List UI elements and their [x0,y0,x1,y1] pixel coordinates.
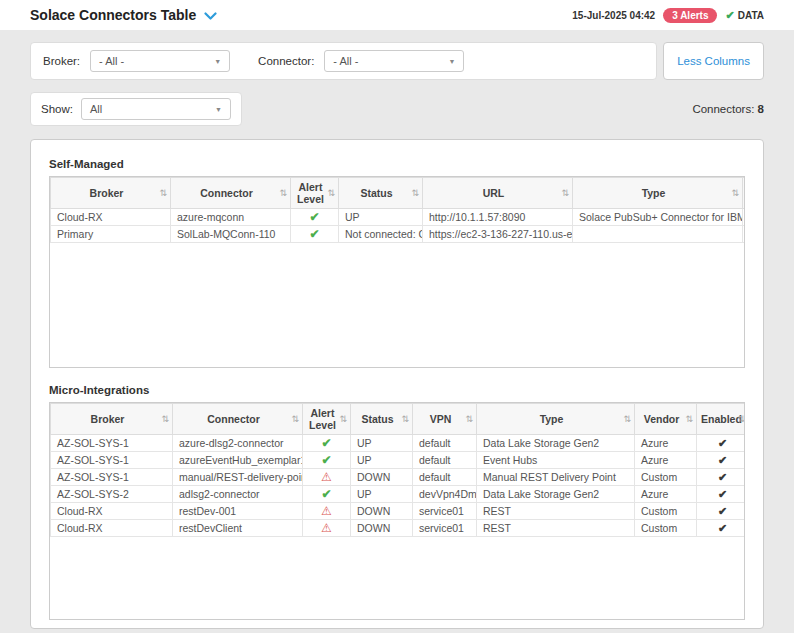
alert-warning-icon: ⚠ [321,470,332,484]
table-row[interactable]: AZ-SOL-SYS-1azureEventHub_exemplar10✔UPd… [51,452,746,469]
cell-vendor: Azure [635,452,697,469]
cell-broker: Cloud-RX [51,209,171,226]
table-row[interactable]: AZ-SOL-SYS-2adlsg2-connector✔UPdevVpn4Dm… [51,486,746,503]
sort-icon[interactable]: ⇅ [291,414,299,424]
connector-select[interactable]: - All - ▼ [324,50,464,72]
column-header-url[interactable]: URL⇅ [423,178,573,209]
sort-icon[interactable]: ⇅ [737,414,745,424]
column-header-label: Broker [90,187,124,199]
micro-integrations-table: Broker⇅Connector⇅Alert Level⇅Status⇅VPN⇅… [49,402,745,620]
connectors-panel: Self-Managed Broker⇅Connector⇅Alert Leve… [30,139,764,629]
cell-vpn: default [413,435,477,452]
cell-vpn: service01 [413,503,477,520]
sort-icon[interactable]: ⇅ [561,188,569,198]
column-header-broker[interactable]: Broker⇅ [51,178,171,209]
data-status: ✔ DATA [725,9,764,22]
column-header-status[interactable]: Status⇅ [351,404,413,435]
cell-connector: azureEventHub_exemplar10 [173,452,303,469]
table-row[interactable]: PrimarySolLab-MQConn-110✔Not connected: … [51,226,746,243]
data-check-icon: ✔ [725,9,734,22]
table-row[interactable]: AZ-SOL-SYS-1manual/REST-delivery-point⚠D… [51,469,746,486]
cell-connector: manual/REST-delivery-point [173,469,303,486]
broker-filter-label: Broker: [43,55,80,67]
cell-vendor: Custom [635,503,697,520]
sort-icon[interactable]: ⇅ [685,414,693,424]
column-header-vpn[interactable]: VPN⇅ [413,404,477,435]
column-header-type[interactable]: Type⇅ [573,178,743,209]
enabled-check-icon: ✔ [718,471,727,483]
table-row[interactable]: AZ-SOL-SYS-1azure-dlsg2-connector✔UPdefa… [51,435,746,452]
table-row[interactable]: Cloud-RXrestDevClient⚠DOWNservice01RESTC… [51,520,746,537]
show-row: Show: All ▼ Connectors: 8 [30,92,764,126]
column-header-label: VPN [430,413,452,425]
section-title-self-managed: Self-Managed [49,158,745,170]
cell-status: DOWN [351,469,413,486]
sort-icon[interactable]: ⇅ [327,188,335,198]
table-row[interactable]: Cloud-RXrestDev-001⚠DOWNservice01RESTCus… [51,503,746,520]
cell-status: DOWN [351,503,413,520]
sort-icon[interactable]: ⇅ [623,414,631,424]
column-header-enabled[interactable]: Enabled⇅ [697,404,746,435]
cell-alert: ⚠ [303,520,351,537]
cell-vpn: devVpn4Dmr [413,486,477,503]
page-title: Solace Connectors Table [30,7,196,23]
table-row[interactable]: Cloud-RXazure-mqconn✔UPhttp://10.1.1.57:… [51,209,746,226]
column-header-type[interactable]: Type⇅ [477,404,635,435]
sort-icon[interactable]: ⇅ [339,414,347,424]
alert-ok-check-icon: ✔ [321,453,331,467]
less-columns-button[interactable]: Less Columns [663,42,764,80]
cell-alert: ✔ [303,452,351,469]
show-select-value: All [90,103,102,115]
cell-type: Data Lake Storage Gen2 [477,486,635,503]
sort-icon[interactable]: ⇅ [401,414,409,424]
filter-row: Broker: - All - ▼ Connector: - All - ▼ L… [30,42,764,80]
sort-icon[interactable]: ⇅ [411,188,419,198]
cell-status: DOWN [351,520,413,537]
column-header-alert-level[interactable]: Alert Level⇅ [303,404,351,435]
enabled-check-icon: ✔ [718,522,727,534]
column-header-connector[interactable]: Connector⇅ [171,178,291,209]
cell-type: Manual REST Delivery Point [477,469,635,486]
cell-connector: adlsg2-connector [173,486,303,503]
column-header-connector[interactable]: Connector⇅ [173,404,303,435]
sort-icon[interactable]: ⇅ [731,188,739,198]
connectors-count-label: Connectors: [692,103,754,115]
cell-enabled: ✔ [697,452,746,469]
cell-vpn: default [413,469,477,486]
cell-vendor: Azure [635,435,697,452]
column-header-label: Connector [200,187,253,199]
alerts-badge[interactable]: 3 Alerts [663,8,717,23]
sort-icon[interactable]: ⇅ [279,188,287,198]
caret-down-icon: ▼ [215,106,222,113]
cell-connector: restDev-001 [173,503,303,520]
top-right-status: 15-Jul-2025 04:42 3 Alerts ✔ DATA [572,8,764,23]
chevron-down-icon[interactable] [204,12,217,20]
column-header-broker[interactable]: Broker⇅ [51,404,173,435]
cell-connector: restDevClient [173,520,303,537]
column-header-label: Alert Level [297,181,324,205]
page-content: Broker: - All - ▼ Connector: - All - ▼ L… [0,30,794,629]
cell-connector: SolLab-MQConn-110 [171,226,291,243]
connectors-count-value: 8 [758,103,764,115]
cell-broker: AZ-SOL-SYS-1 [51,452,173,469]
sort-icon[interactable]: ⇅ [161,414,169,424]
column-header-alert-level[interactable]: Alert Level⇅ [291,178,339,209]
data-status-label: DATA [738,10,764,21]
alert-ok-check-icon: ✔ [309,227,319,241]
show-select[interactable]: All ▼ [81,98,231,120]
cell-type: Event Hubs [477,452,635,469]
column-header-vendor[interactable]: Vendor⇅ [635,404,697,435]
cell-enabled: ✔ [697,435,746,452]
enabled-check-icon: ✔ [718,505,727,517]
column-header-jvm[interactable]: JVM⇅ [743,178,746,209]
broker-select[interactable]: - All - ▼ [90,50,230,72]
column-header-status[interactable]: Status⇅ [339,178,423,209]
cell-jvm [743,209,746,226]
column-header-label: Type [540,413,564,425]
cell-status: UP [351,435,413,452]
cell-type: REST [477,503,635,520]
sort-icon[interactable]: ⇅ [159,188,167,198]
enabled-check-icon: ✔ [718,437,727,449]
sort-icon[interactable]: ⇅ [465,414,473,424]
section-title-micro-integrations: Micro-Integrations [49,384,745,396]
